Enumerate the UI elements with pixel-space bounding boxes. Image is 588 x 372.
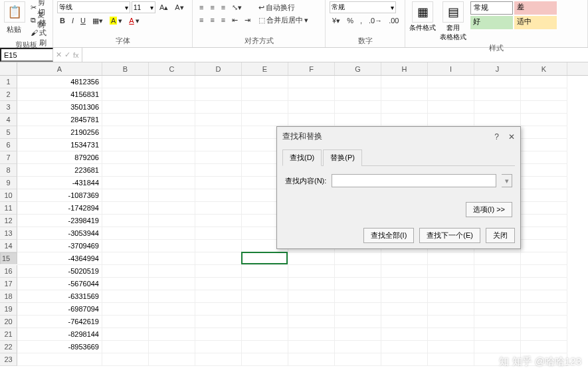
cell[interactable] — [288, 328, 335, 341]
cell[interactable] — [428, 252, 474, 265]
cell[interactable] — [149, 177, 195, 189]
cell[interactable] — [102, 101, 149, 114]
cell[interactable] — [428, 114, 474, 126]
cell[interactable] — [335, 88, 381, 101]
cell[interactable] — [288, 341, 335, 353]
cell[interactable] — [149, 328, 195, 341]
select-all-corner[interactable] — [0, 62, 17, 75]
cell[interactable]: -1087369 — [17, 189, 102, 202]
cell[interactable] — [195, 341, 242, 353]
cell[interactable] — [17, 353, 102, 366]
row-header[interactable]: 21 — [0, 328, 17, 341]
percent-button[interactable]: % — [344, 15, 356, 27]
fill-color-button[interactable]: A▾ — [107, 15, 125, 27]
cell[interactable] — [521, 202, 567, 215]
cell[interactable] — [102, 76, 149, 88]
cell[interactable] — [428, 328, 474, 341]
comma-button[interactable]: , — [357, 15, 365, 27]
font-size-select[interactable]: 11▾ — [132, 1, 155, 13]
cell[interactable]: 879206 — [17, 151, 102, 164]
cell[interactable] — [288, 114, 335, 126]
cell[interactable] — [521, 101, 567, 114]
cell[interactable] — [474, 114, 521, 126]
align-top-button[interactable]: ≡ — [197, 1, 206, 13]
indent-dec-button[interactable]: ⇤ — [229, 14, 241, 26]
tab-replace[interactable]: 替换(P) — [323, 149, 362, 166]
cell[interactable] — [149, 316, 195, 328]
cell[interactable] — [102, 303, 149, 316]
cell[interactable] — [428, 278, 474, 290]
cell[interactable] — [521, 189, 567, 202]
cell[interactable] — [149, 126, 195, 139]
cell[interactable] — [242, 114, 288, 126]
cell[interactable] — [288, 265, 335, 278]
fx-icon[interactable]: fx — [73, 51, 79, 59]
cell[interactable] — [242, 88, 288, 101]
cell[interactable] — [195, 240, 242, 252]
cell[interactable] — [381, 328, 428, 341]
cell[interactable] — [335, 316, 381, 328]
cell[interactable] — [195, 101, 242, 114]
cell[interactable]: -431844 — [17, 177, 102, 189]
cell[interactable]: 4812356 — [17, 76, 102, 88]
cell[interactable] — [288, 76, 335, 88]
cell[interactable] — [381, 114, 428, 126]
row-header[interactable]: 15 — [0, 252, 17, 264]
cell[interactable] — [428, 76, 474, 88]
column-header[interactable]: H — [381, 62, 428, 75]
row-header[interactable]: 10 — [0, 189, 17, 202]
cell[interactable] — [195, 189, 242, 202]
cell[interactable]: 1534731 — [17, 139, 102, 151]
format-painter-button[interactable]: 🖌 格式刷 — [28, 27, 49, 39]
cell[interactable] — [102, 227, 149, 240]
decrease-font-button[interactable]: A▾ — [172, 1, 186, 13]
cell[interactable] — [195, 164, 242, 177]
tab-find[interactable]: 查找(D) — [282, 149, 322, 166]
close-button[interactable]: 关闭 — [486, 228, 515, 243]
cell[interactable]: -5676044 — [17, 278, 102, 290]
cell-style-normal[interactable]: 常规 — [470, 1, 513, 15]
cell[interactable] — [195, 328, 242, 341]
cell[interactable] — [474, 316, 521, 328]
cell[interactable]: 4156831 — [17, 88, 102, 101]
cell[interactable] — [242, 76, 288, 88]
cell[interactable] — [335, 265, 381, 278]
row-header[interactable]: 19 — [0, 303, 17, 316]
bold-button[interactable]: B — [57, 15, 68, 27]
dialog-help-button[interactable]: ? — [494, 132, 499, 141]
cell[interactable]: 2190256 — [17, 126, 102, 139]
row-header[interactable]: 18 — [0, 290, 17, 303]
cell[interactable] — [242, 328, 288, 341]
cell[interactable] — [521, 303, 567, 316]
row-header[interactable]: 22 — [0, 341, 17, 353]
cell[interactable] — [195, 126, 242, 139]
cell[interactable] — [195, 303, 242, 316]
row-header[interactable]: 20 — [0, 316, 17, 328]
cell[interactable] — [195, 265, 242, 278]
row-header[interactable]: 17 — [0, 278, 17, 290]
cell[interactable] — [474, 290, 521, 303]
cell[interactable] — [102, 328, 149, 341]
cancel-formula-icon[interactable]: ✕ — [56, 50, 62, 59]
cell[interactable] — [149, 101, 195, 114]
cell[interactable] — [521, 240, 567, 252]
align-bottom-button[interactable]: ≡ — [219, 1, 228, 13]
cell[interactable] — [335, 76, 381, 88]
cell[interactable] — [381, 290, 428, 303]
cell[interactable] — [242, 290, 288, 303]
cell[interactable] — [102, 240, 149, 252]
align-middle-button[interactable]: ≡ — [207, 1, 217, 13]
cell[interactable] — [428, 290, 474, 303]
column-header[interactable]: G — [335, 62, 381, 75]
find-dropdown-icon[interactable]: ▾ — [502, 174, 512, 187]
align-left-button[interactable]: ≡ — [197, 14, 206, 26]
cell[interactable] — [474, 341, 521, 353]
cell[interactable] — [149, 151, 195, 164]
cell[interactable] — [149, 227, 195, 240]
cell[interactable] — [428, 353, 474, 366]
row-header[interactable]: 2 — [0, 88, 17, 101]
cell[interactable]: -4364994 — [17, 252, 102, 265]
cell[interactable] — [428, 265, 474, 278]
cell[interactable] — [335, 303, 381, 316]
cell[interactable] — [195, 202, 242, 215]
